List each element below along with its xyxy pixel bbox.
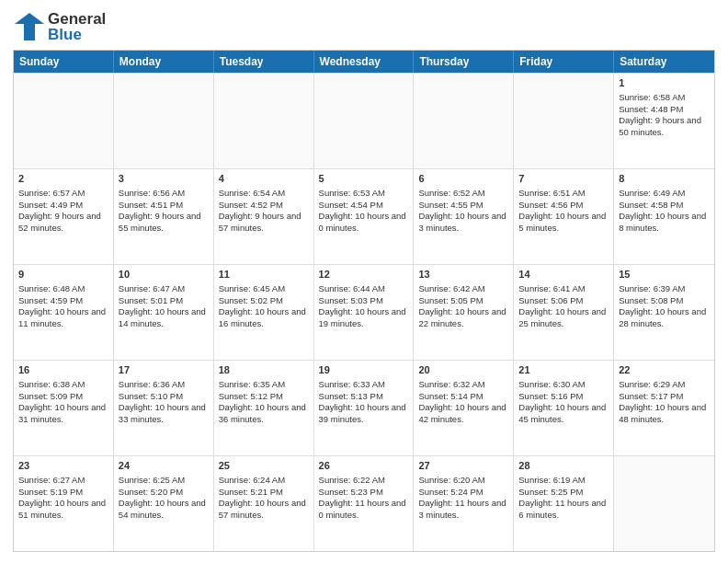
day-info-line: Sunrise: 6:36 AM	[119, 379, 209, 391]
day-info-line: Sunset: 5:13 PM	[319, 391, 409, 403]
logo-general: General	[48, 11, 106, 27]
day-info-line: Sunrise: 6:45 AM	[219, 283, 309, 295]
day-number: 26	[319, 459, 409, 473]
day-info-line: Daylight: 10 hours and 36 minutes.	[219, 402, 309, 426]
day-info-line: Sunrise: 6:52 AM	[418, 188, 508, 200]
day-info-line: Sunrise: 6:30 AM	[518, 379, 609, 391]
cal-cell-4-4: 27Sunrise: 6:20 AMSunset: 5:24 PMDayligh…	[414, 456, 514, 551]
cal-cell-0-5	[514, 74, 614, 168]
cal-header-cell-wednesday: Wednesday	[314, 51, 415, 73]
day-info-line: Sunrise: 6:22 AM	[319, 475, 409, 487]
day-info-line: Sunset: 4:52 PM	[219, 200, 309, 212]
day-info-line: Daylight: 10 hours and 57 minutes.	[219, 498, 309, 522]
day-info-line: Daylight: 10 hours and 51 minutes.	[18, 498, 108, 522]
day-info-line: Sunset: 5:12 PM	[219, 391, 309, 403]
day-info-line: Daylight: 10 hours and 19 minutes.	[319, 306, 409, 330]
cal-cell-1-3: 5Sunrise: 6:53 AMSunset: 4:54 PMDaylight…	[314, 169, 415, 264]
day-info-line: Sunrise: 6:25 AM	[119, 475, 209, 487]
cal-row-0: 1Sunrise: 6:58 AMSunset: 4:48 PMDaylight…	[14, 73, 714, 168]
day-info-line: Sunset: 5:25 PM	[518, 487, 609, 499]
day-info-line: Sunrise: 6:38 AM	[18, 379, 108, 391]
day-number: 18	[219, 363, 309, 377]
day-number: 1	[619, 76, 710, 90]
day-number: 15	[619, 268, 710, 282]
day-number: 21	[518, 363, 609, 377]
day-info-line: Sunset: 5:01 PM	[119, 295, 209, 307]
day-info-line: Sunrise: 6:29 AM	[619, 379, 710, 391]
day-number: 17	[119, 363, 209, 377]
day-number: 13	[418, 268, 508, 282]
day-info-line: Sunrise: 6:58 AM	[619, 92, 710, 104]
cal-cell-4-0: 23Sunrise: 6:27 AMSunset: 5:19 PMDayligh…	[14, 456, 114, 551]
day-number: 19	[319, 363, 409, 377]
cal-cell-3-0: 16Sunrise: 6:38 AMSunset: 5:09 PMDayligh…	[14, 361, 114, 455]
day-info-line: Sunset: 5:16 PM	[518, 391, 609, 403]
cal-cell-4-3: 26Sunrise: 6:22 AMSunset: 5:23 PMDayligh…	[314, 456, 415, 551]
svg-marker-0	[15, 13, 44, 40]
day-info-line: Sunrise: 6:41 AM	[518, 283, 609, 295]
day-number: 4	[219, 172, 309, 186]
day-info-line: Sunset: 5:10 PM	[119, 391, 209, 403]
cal-header-cell-monday: Monday	[114, 51, 214, 73]
day-info-line: Sunset: 4:48 PM	[619, 104, 710, 116]
day-number: 22	[619, 363, 710, 377]
cal-cell-0-0	[14, 74, 114, 168]
cal-cell-0-2	[214, 74, 314, 168]
cal-cell-1-4: 6Sunrise: 6:52 AMSunset: 4:55 PMDaylight…	[414, 169, 514, 264]
day-info-line: Sunset: 5:19 PM	[18, 487, 108, 499]
day-number: 2	[18, 172, 108, 186]
logo-blue: Blue	[48, 27, 106, 42]
calendar: SundayMondayTuesdayWednesdayThursdayFrid…	[13, 50, 715, 552]
cal-cell-3-5: 21Sunrise: 6:30 AMSunset: 5:16 PMDayligh…	[514, 361, 614, 455]
day-info-line: Daylight: 10 hours and 31 minutes.	[18, 402, 108, 426]
page: GeneralBlue SundayMondayTuesdayWednesday…	[0, 0, 728, 563]
day-info-line: Sunrise: 6:27 AM	[18, 475, 108, 487]
header: GeneralBlue	[13, 11, 715, 42]
day-info-line: Sunrise: 6:33 AM	[319, 379, 409, 391]
day-number: 28	[518, 459, 609, 473]
day-info-line: Daylight: 10 hours and 45 minutes.	[518, 402, 609, 426]
cal-cell-4-6	[614, 456, 714, 551]
day-info-line: Sunset: 5:03 PM	[319, 295, 409, 307]
day-info-line: Sunset: 5:06 PM	[518, 295, 609, 307]
day-info-line: Daylight: 10 hours and 39 minutes.	[319, 402, 409, 426]
day-info-line: Daylight: 9 hours and 52 minutes.	[18, 211, 108, 235]
cal-cell-0-1	[114, 74, 214, 168]
day-info-line: Sunrise: 6:53 AM	[319, 188, 409, 200]
day-info-line: Sunset: 5:05 PM	[418, 295, 508, 307]
cal-cell-4-5: 28Sunrise: 6:19 AMSunset: 5:25 PMDayligh…	[514, 456, 614, 551]
day-info-line: Sunrise: 6:54 AM	[219, 188, 309, 200]
calendar-body: 1Sunrise: 6:58 AMSunset: 4:48 PMDaylight…	[14, 73, 714, 551]
day-number: 25	[219, 459, 309, 473]
day-info-line: Daylight: 10 hours and 16 minutes.	[219, 306, 309, 330]
day-info-line: Daylight: 11 hours and 3 minutes.	[418, 498, 508, 522]
day-info-line: Sunset: 5:21 PM	[219, 487, 309, 499]
day-info-line: Sunset: 4:56 PM	[518, 200, 609, 212]
cal-cell-2-0: 9Sunrise: 6:48 AMSunset: 4:59 PMDaylight…	[14, 265, 114, 360]
logo-text-block: GeneralBlue	[48, 11, 106, 42]
day-info-line: Sunrise: 6:35 AM	[219, 379, 309, 391]
day-info-line: Daylight: 11 hours and 0 minutes.	[319, 498, 409, 522]
day-number: 7	[518, 172, 609, 186]
day-number: 14	[518, 268, 609, 282]
day-info-line: Daylight: 9 hours and 50 minutes.	[619, 115, 710, 139]
day-number: 20	[418, 363, 508, 377]
day-info-line: Sunrise: 6:51 AM	[518, 188, 609, 200]
day-info-line: Sunrise: 6:20 AM	[418, 475, 508, 487]
day-info-line: Daylight: 10 hours and 3 minutes.	[418, 211, 508, 235]
day-info-line: Daylight: 10 hours and 25 minutes.	[518, 306, 609, 330]
logo-icon	[13, 11, 44, 42]
day-info-line: Sunset: 5:14 PM	[418, 391, 508, 403]
day-info-line: Sunset: 5:23 PM	[319, 487, 409, 499]
cal-header-cell-thursday: Thursday	[414, 51, 514, 73]
cal-cell-3-6: 22Sunrise: 6:29 AMSunset: 5:17 PMDayligh…	[614, 361, 714, 455]
day-info-line: Daylight: 10 hours and 0 minutes.	[319, 211, 409, 235]
day-info-line: Sunset: 5:24 PM	[418, 487, 508, 499]
day-info-line: Daylight: 10 hours and 14 minutes.	[119, 306, 209, 330]
day-info-line: Daylight: 10 hours and 54 minutes.	[119, 498, 209, 522]
day-info-line: Sunrise: 6:48 AM	[18, 283, 108, 295]
day-number: 3	[119, 172, 209, 186]
cal-cell-2-4: 13Sunrise: 6:42 AMSunset: 5:05 PMDayligh…	[414, 265, 514, 360]
cal-row-1: 2Sunrise: 6:57 AMSunset: 4:49 PMDaylight…	[14, 168, 714, 264]
day-info-line: Sunset: 4:51 PM	[119, 200, 209, 212]
